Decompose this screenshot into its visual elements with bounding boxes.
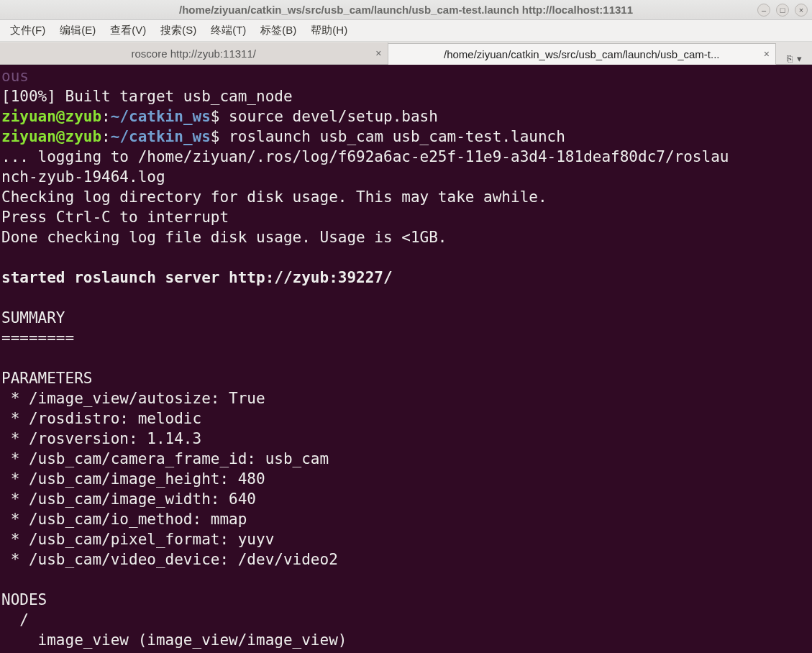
term-nodes-root: / bbox=[1, 611, 29, 629]
terminal-output[interactable]: ous [100%] Built target usb_cam_node ziy… bbox=[0, 65, 812, 653]
tab-usbcam-label: /home/ziyuan/catkin_ws/src/usb_cam/launc… bbox=[444, 48, 720, 60]
term-user: ziyuan@zyub bbox=[1, 128, 101, 145]
term-cmd-roslaunch: roslaunch usb_cam usb_cam-test.launch bbox=[229, 128, 565, 145]
term-param-video-device: * /usb_cam/video_device: /dev/video2 bbox=[1, 551, 338, 568]
tab-bar-extra: ⎘ ▾ bbox=[776, 53, 812, 64]
term-param-autosize: * /image_view/autosize: True bbox=[1, 390, 265, 407]
term-prompt: $ bbox=[211, 128, 229, 145]
window-title: /home/ziyuan/catkin_ws/src/usb_cam/launc… bbox=[179, 4, 633, 16]
term-check-line2: Press Ctrl-C to interrupt bbox=[1, 209, 229, 226]
term-fragment: ous bbox=[1, 68, 29, 85]
term-logging-line1: ... logging to /home/ziyuan/.ros/log/f69… bbox=[1, 148, 729, 165]
minimize-button[interactable]: – bbox=[757, 4, 770, 17]
term-summary-sep: ======== bbox=[1, 329, 74, 347]
tab-close-icon[interactable]: × bbox=[375, 47, 381, 59]
tab-bar: roscore http://zyub:11311/ × /home/ziyua… bbox=[0, 42, 812, 65]
new-tab-icon[interactable]: ⎘ bbox=[787, 53, 793, 64]
menu-search[interactable]: 搜索(S) bbox=[155, 22, 202, 40]
term-param-image-width: * /usb_cam/image_width: 640 bbox=[1, 490, 256, 508]
term-param-rosversion: * /rosversion: 1.14.3 bbox=[1, 430, 201, 447]
tab-close-icon[interactable]: × bbox=[764, 48, 770, 60]
term-nodes-header: NODES bbox=[1, 591, 47, 608]
tab-dropdown-icon[interactable]: ▾ bbox=[797, 53, 802, 64]
term-param-pixel-format: * /usb_cam/pixel_format: yuyv bbox=[1, 531, 274, 548]
menu-help[interactable]: 帮助(H) bbox=[305, 22, 353, 40]
maximize-button[interactable]: □ bbox=[776, 4, 789, 17]
term-prompt: $ bbox=[211, 108, 229, 125]
term-check-line1: Checking log directory for disk usage. T… bbox=[1, 188, 547, 206]
term-param-io-method: * /usb_cam/io_method: mmap bbox=[1, 511, 247, 528]
menu-terminal[interactable]: 终端(T) bbox=[205, 22, 252, 40]
menu-bar: 文件(F) 编辑(E) 查看(V) 搜索(S) 终端(T) 标签(B) 帮助(H… bbox=[0, 20, 812, 42]
tab-roscore[interactable]: roscore http://zyub:11311/ × bbox=[0, 42, 388, 64]
tab-roscore-label: roscore http://zyub:11311/ bbox=[132, 47, 256, 60]
term-colon: : bbox=[101, 128, 111, 145]
window-controls: – □ × bbox=[757, 4, 808, 17]
term-param-rosdistro: * /rosdistro: melodic bbox=[1, 410, 201, 427]
term-cwd: ~/catkin_ws bbox=[111, 128, 211, 145]
term-logging-line2: nch-zyub-19464.log bbox=[1, 168, 165, 186]
term-param-camera-frame: * /usb_cam/camera_frame_id: usb_cam bbox=[1, 450, 329, 467]
term-param-image-height: * /usb_cam/image_height: 480 bbox=[1, 470, 265, 488]
term-started-server: started roslaunch server http://zyub:392… bbox=[1, 269, 393, 286]
term-cwd: ~/catkin_ws bbox=[111, 108, 211, 125]
term-parameters-header: PARAMETERS bbox=[1, 370, 92, 387]
term-node-image-view: image_view (image_view/image_view) bbox=[1, 631, 347, 649]
term-cmd-source: source devel/setup.bash bbox=[229, 108, 438, 125]
menu-view[interactable]: 查看(V) bbox=[104, 22, 152, 40]
close-button[interactable]: × bbox=[795, 4, 808, 17]
term-colon: : bbox=[101, 108, 111, 125]
term-summary-header: SUMMARY bbox=[1, 309, 65, 326]
menu-tabs[interactable]: 标签(B) bbox=[255, 22, 302, 40]
window-titlebar: /home/ziyuan/catkin_ws/src/usb_cam/launc… bbox=[0, 0, 812, 20]
menu-file[interactable]: 文件(F) bbox=[4, 22, 51, 40]
term-build-line: [100%] Built target usb_cam_node bbox=[1, 88, 293, 105]
term-check-line3: Done checking log file disk usage. Usage… bbox=[1, 229, 447, 246]
term-user: ziyuan@zyub bbox=[1, 108, 101, 125]
menu-edit[interactable]: 编辑(E) bbox=[54, 22, 101, 40]
tab-usbcam[interactable]: /home/ziyuan/catkin_ws/src/usb_cam/launc… bbox=[388, 43, 777, 65]
